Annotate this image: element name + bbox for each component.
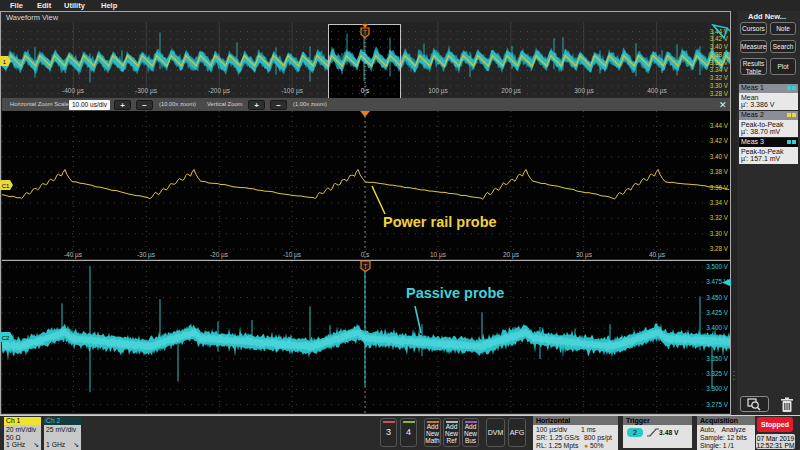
svg-text:T: T [363,263,368,270]
svg-text:C2: C2 [2,335,10,341]
svg-text:T: T [363,29,368,36]
svg-text:C1: C1 [2,183,10,189]
